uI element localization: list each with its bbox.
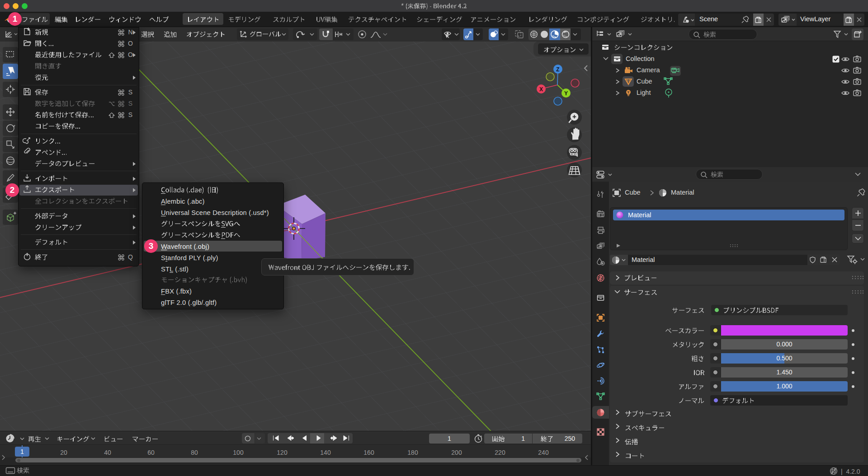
svg-text:X: X xyxy=(539,86,543,93)
svg-text:Z: Z xyxy=(556,66,559,73)
svg-text:Y: Y xyxy=(564,90,568,97)
